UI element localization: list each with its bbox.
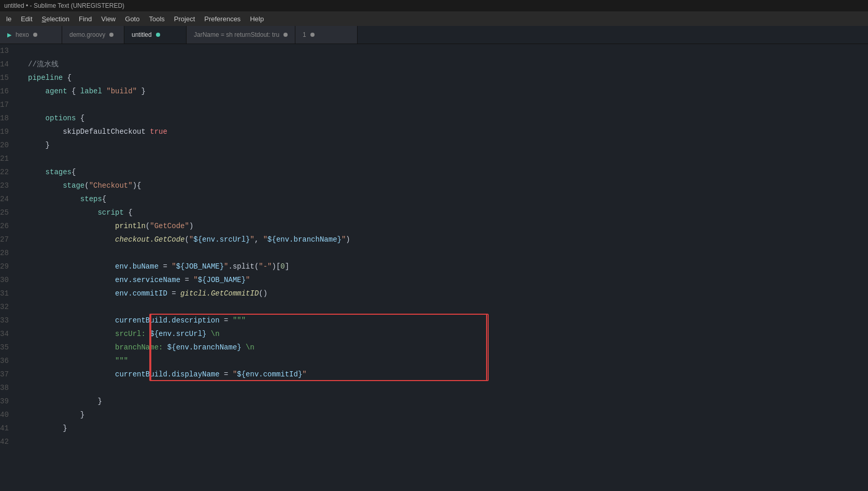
code-area: 13 14 15 16 17 18 19 20 21 22 23 24 25 2… xyxy=(0,44,868,491)
interp-env-srcurl-desc: ${env.srcUrl} xyxy=(150,327,206,341)
string-jobname-split: " xyxy=(172,260,176,273)
code-line-36: """ xyxy=(28,354,868,368)
tab-untitled[interactable]: untitled xyxy=(124,26,187,44)
line-num-17: 17 xyxy=(0,98,20,111)
title-bar: untitled • - Sublime Text (UNREGISTERED) xyxy=(0,0,868,11)
menu-tools[interactable]: Tools xyxy=(145,13,168,24)
code-line-27: checkout.GetCode ( " ${env.srcUrl} " , "… xyxy=(28,233,868,246)
brace-open-pipeline: { xyxy=(63,71,72,85)
code-line-21 xyxy=(28,152,868,165)
line-num-42: 42 xyxy=(0,435,20,448)
tab-untitled-label: untitled xyxy=(132,31,152,38)
keyword-options: options xyxy=(46,111,76,125)
line-num-30: 30 xyxy=(0,273,20,287)
line-num-15: 15 xyxy=(0,71,20,85)
code-line-16: agent { label "build" } xyxy=(28,85,868,98)
line-num-26: 26 xyxy=(0,219,20,233)
string-dash: "-" xyxy=(259,260,272,273)
tab-1-dot xyxy=(310,33,315,37)
triple-quote-close: """ xyxy=(115,354,128,368)
code-line-23: stage ( "Checkout" ){ xyxy=(28,179,868,192)
menu-preferences[interactable]: Preferences xyxy=(200,13,245,24)
tab-hexo[interactable]: ▶ hexo xyxy=(0,26,62,44)
func-checkout-getcode: checkout.GetCode xyxy=(115,233,184,246)
code-line-41: } xyxy=(28,422,868,435)
keyword-steps: steps xyxy=(80,192,102,206)
string-checkout: "Checkout" xyxy=(89,179,133,192)
tab-1[interactable]: 1 xyxy=(295,26,358,44)
newline-n1: \n xyxy=(206,327,219,341)
tab-1-label: 1 xyxy=(303,31,306,38)
line-num-18: 18 xyxy=(0,111,20,125)
currentbuild-displayname: currentBuild.displayName xyxy=(115,368,220,381)
func-gitcli-getcommitid: gitcli.GetCommitID xyxy=(180,287,259,300)
interp-job-name-svc: ${JOB_NAME} xyxy=(198,273,246,287)
tab-play-icon: ▶ xyxy=(7,32,11,38)
line-num-31: 31 xyxy=(0,287,20,300)
string-jobname-svc: " xyxy=(193,273,197,287)
code-line-13 xyxy=(28,44,868,58)
number-0: 0 xyxy=(280,260,284,273)
line-num-36: 36 xyxy=(0,354,20,368)
branchname-label: branchName: xyxy=(115,341,167,354)
code-line-39: } xyxy=(28,395,868,408)
code-line-31: env.commitID = gitcli.GetCommitID () xyxy=(28,287,868,300)
line-num-39: 39 xyxy=(0,395,20,408)
keyword-script: script xyxy=(97,206,123,219)
tab-jarname[interactable]: JarName = sh returnStdout: tru xyxy=(187,26,295,44)
string-commitid-close: " xyxy=(302,368,306,381)
string-getcode: "GetCode" xyxy=(150,219,189,233)
code-wrapper[interactable]: //流水线 pipeline { agent { label "build" } xyxy=(26,44,868,491)
code-line-30: env.serviceName = " ${JOB_NAME} " xyxy=(28,273,868,287)
string-srcurl-close: " xyxy=(250,233,254,246)
code-line-17 xyxy=(28,98,868,111)
menu-goto[interactable]: Goto xyxy=(121,13,144,24)
line-numbers: 13 14 15 16 17 18 19 20 21 22 23 24 25 2… xyxy=(0,44,26,491)
line-num-35: 35 xyxy=(0,341,20,354)
menu-project[interactable]: Project xyxy=(170,13,199,24)
tab-jarname-label: JarName = sh returnStdout: tru xyxy=(194,31,279,38)
line-num-33: 33 xyxy=(0,314,20,327)
tab-demo-groovy[interactable]: demo.groovy xyxy=(62,26,124,44)
line-num-29: 29 xyxy=(0,260,20,273)
line-num-41: 41 xyxy=(0,422,20,435)
code-line-24: steps { xyxy=(28,192,868,206)
menu-find[interactable]: Find xyxy=(75,13,96,24)
keyword-pipeline: pipeline xyxy=(28,71,63,85)
code-line-34: srcUrl: ${env.srcUrl} \n xyxy=(28,327,868,341)
title-text: untitled • - Sublime Text (UNREGISTERED) xyxy=(4,2,124,9)
code-line-20: } xyxy=(28,138,868,152)
code-line-35: branchName: ${env.branchName} \n xyxy=(28,341,868,354)
string-jobname-svc-close: " xyxy=(246,273,250,287)
line-num-28: 28 xyxy=(0,246,20,260)
line-num-32: 32 xyxy=(0,300,20,314)
code-line-14: //流水线 xyxy=(28,58,868,71)
interp-env-srcurl: ${env.srcUrl} xyxy=(193,233,250,246)
code-line-22: stages { xyxy=(28,165,868,179)
menu-selection[interactable]: Selection xyxy=(38,13,74,24)
line-num-20: 20 xyxy=(0,138,20,152)
line-num-27: 27 xyxy=(0,233,20,246)
tab-hexo-dot xyxy=(33,33,37,37)
tab-demo-groovy-label: demo.groovy xyxy=(69,31,105,38)
menu-help[interactable]: Help xyxy=(246,13,268,24)
tab-jarname-dot xyxy=(283,33,288,37)
menu-edit[interactable]: Edit xyxy=(17,13,36,24)
code-line-25: script { xyxy=(28,206,868,219)
env-commitid-var: env.commitID xyxy=(115,287,167,300)
string-build: "build" xyxy=(106,85,137,98)
line-num-14: 14 xyxy=(0,58,20,71)
code-line-18: options { xyxy=(28,111,868,125)
tab-untitled-dot xyxy=(156,33,160,37)
currentbuild-description: currentBuild.description xyxy=(115,314,220,327)
menu-le[interactable]: le xyxy=(2,13,16,24)
code-line-19: skipDefaultCheckout true xyxy=(28,125,868,138)
line-num-40: 40 xyxy=(0,408,20,422)
line-num-23: 23 xyxy=(0,179,20,192)
string-split-method: " xyxy=(224,260,228,273)
string-srcurl-param: " xyxy=(189,233,193,246)
code-content[interactable]: //流水线 pipeline { agent { label "build" } xyxy=(26,44,868,448)
env-servicename-var: env.serviceName xyxy=(115,273,180,287)
tab-hexo-label: hexo xyxy=(16,31,29,38)
menu-view[interactable]: View xyxy=(97,13,120,24)
